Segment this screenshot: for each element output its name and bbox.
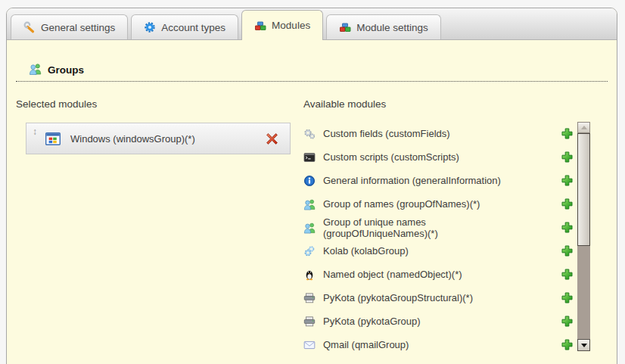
add-module-button[interactable] xyxy=(561,268,574,281)
modules-icon xyxy=(339,21,351,33)
modules-tab-content: Groups Selected modules ↕ Windows (windo… xyxy=(7,40,617,356)
available-module-row: Kolab (kolabGroup) xyxy=(303,239,574,263)
available-module-row: PyKota (pykotaGroupStructural)(*) xyxy=(303,286,574,310)
drag-handle-icon[interactable]: ↕ xyxy=(33,127,37,136)
penguin-icon xyxy=(303,269,317,281)
tab-modules[interactable]: Modules xyxy=(241,10,323,40)
add-module-button[interactable] xyxy=(561,338,574,351)
scrollbar-down-button[interactable] xyxy=(577,339,590,351)
available-module-row: Custom scripts (customScripts) xyxy=(303,145,574,169)
mail-icon xyxy=(303,339,317,351)
tab-label: General settings xyxy=(41,22,115,33)
add-module-button[interactable] xyxy=(561,221,574,234)
account-gear-icon xyxy=(144,21,156,33)
tab-label: Module settings xyxy=(356,22,428,33)
module-name: Custom scripts (customScripts) xyxy=(323,151,561,163)
available-module-row: General information (generalInformation) xyxy=(303,169,574,192)
available-modules-label: Available modules xyxy=(303,98,608,110)
section-title: Groups xyxy=(48,64,84,76)
custom-fields-gears-icon xyxy=(303,128,317,140)
module-name: PyKota (pykotaGroupStructural)(*) xyxy=(323,292,561,303)
wrench-icon xyxy=(23,21,36,33)
tab-label: Modules xyxy=(272,20,310,31)
scrollbar-up-button[interactable] xyxy=(577,122,590,133)
available-module-row: Group of names (groupOfNames)(*) xyxy=(303,192,574,216)
printer-icon xyxy=(303,316,317,328)
printer-icon xyxy=(303,292,317,304)
module-name: Qmail (qmailGroup) xyxy=(323,339,561,350)
tab-account-types[interactable]: Account types xyxy=(131,14,238,39)
available-module-row: Qmail (qmailGroup) xyxy=(303,333,574,356)
selected-module-name: Windows (windowsGroup)(*) xyxy=(70,133,195,145)
scrollbar-track[interactable] xyxy=(577,246,590,339)
available-module-row: Custom fields (customFields) xyxy=(303,122,574,145)
add-module-button[interactable] xyxy=(561,291,574,304)
available-module-row: Group of unique names (groupOfUniqueName… xyxy=(303,216,574,239)
group-icon xyxy=(303,198,317,210)
tab-label: Account types xyxy=(161,22,225,33)
remove-module-button[interactable] xyxy=(266,132,278,145)
module-name: Group of names (groupOfNames)(*) xyxy=(323,198,561,210)
add-module-button[interactable] xyxy=(561,198,574,210)
module-name: Custom fields (customFields) xyxy=(323,128,561,139)
module-name: General information (generalInformation) xyxy=(323,175,561,186)
info-icon xyxy=(303,175,317,187)
module-name: Group of unique names (groupOfUniqueName… xyxy=(323,216,561,239)
add-module-button[interactable] xyxy=(561,315,574,328)
scrollbar[interactable] xyxy=(577,122,590,351)
settings-panel: General settings Account types Modules M… xyxy=(6,8,617,364)
add-module-button[interactable] xyxy=(561,151,574,163)
modules-icon xyxy=(254,20,266,32)
group-icon xyxy=(303,222,317,234)
groups-section-header: Groups xyxy=(16,63,608,82)
add-module-button[interactable] xyxy=(561,174,574,187)
selected-module-row[interactable]: ↕ Windows (windowsGroup)(*) xyxy=(26,123,291,154)
groups-icon xyxy=(29,63,42,77)
module-name: Named object (namedObject)(*) xyxy=(323,269,561,280)
tab-bar: General settings Account types Modules M… xyxy=(7,8,617,40)
module-name: PyKota (pykotaGroup) xyxy=(323,316,561,327)
add-module-button[interactable] xyxy=(561,244,574,257)
kolab-icon xyxy=(303,245,317,257)
tab-general-settings[interactable]: General settings xyxy=(11,14,128,39)
add-module-button[interactable] xyxy=(561,127,574,140)
selected-modules-label: Selected modules xyxy=(16,98,303,110)
terminal-icon xyxy=(303,151,317,163)
available-module-row: Named object (namedObject)(*) xyxy=(303,263,574,286)
tab-module-settings[interactable]: Module settings xyxy=(326,14,441,39)
available-modules-list: Custom fields (customFields) Custom scri… xyxy=(303,122,574,356)
windows-logo-icon xyxy=(45,132,61,145)
scrollbar-thumb[interactable] xyxy=(577,133,590,246)
module-name: Kolab (kolabGroup) xyxy=(323,245,561,257)
available-module-row: PyKota (pykotaGroup) xyxy=(303,310,574,333)
